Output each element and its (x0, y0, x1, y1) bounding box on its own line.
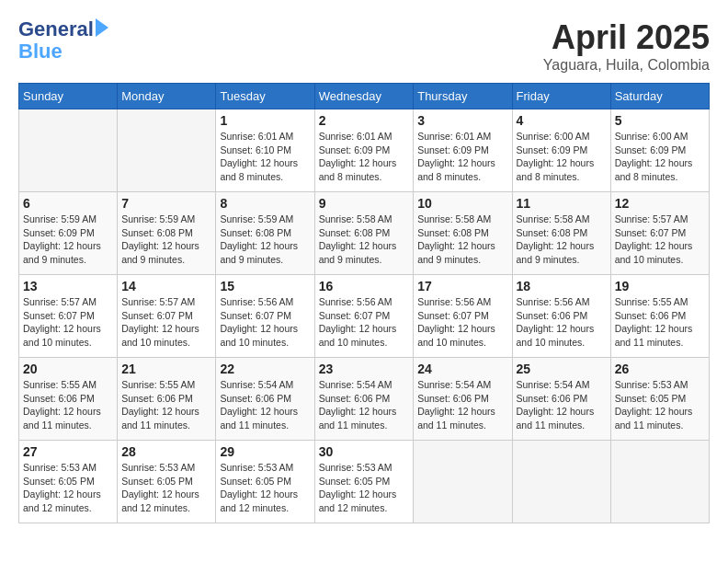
day-info: Sunrise: 6:00 AM Sunset: 6:09 PM Dayligh… (615, 130, 705, 184)
day-number: 9 (319, 196, 410, 211)
day-info: Sunrise: 5:59 AM Sunset: 6:08 PM Dayligh… (220, 213, 310, 267)
calendar-cell: 11Sunrise: 5:58 AM Sunset: 6:08 PM Dayli… (512, 192, 610, 275)
calendar-cell: 24Sunrise: 5:54 AM Sunset: 6:06 PM Dayli… (414, 358, 512, 441)
day-info: Sunrise: 5:56 AM Sunset: 6:07 PM Dayligh… (220, 295, 310, 350)
day-info: Sunrise: 5:54 AM Sunset: 6:06 PM Dayligh… (220, 378, 310, 432)
calendar-cell: 2Sunrise: 6:01 AM Sunset: 6:09 PM Daylig… (314, 109, 414, 192)
calendar-cell: 27Sunrise: 5:53 AM Sunset: 6:05 PM Dayli… (19, 441, 118, 523)
day-number: 22 (220, 362, 310, 376)
day-number: 7 (121, 196, 211, 211)
weekday-header-row: SundayMondayTuesdayWednesdayThursdayFrid… (19, 84, 710, 109)
week-row-2: 6Sunrise: 5:59 AM Sunset: 6:09 PM Daylig… (19, 192, 710, 275)
day-info: Sunrise: 5:56 AM Sunset: 6:07 PM Dayligh… (319, 295, 410, 350)
day-number: 4 (517, 113, 607, 128)
calendar-cell: 3Sunrise: 6:01 AM Sunset: 6:09 PM Daylig… (414, 109, 512, 192)
day-info: Sunrise: 6:00 AM Sunset: 6:09 PM Dayligh… (517, 130, 607, 184)
weekday-header-tuesday: Tuesday (216, 84, 314, 109)
calendar-cell: 22Sunrise: 5:54 AM Sunset: 6:06 PM Dayli… (216, 358, 314, 441)
day-info: Sunrise: 5:54 AM Sunset: 6:06 PM Dayligh… (517, 378, 607, 432)
day-number: 13 (23, 279, 113, 293)
calendar-cell: 7Sunrise: 5:59 AM Sunset: 6:08 PM Daylig… (118, 192, 216, 275)
calendar-cell (19, 109, 118, 192)
weekday-header-sunday: Sunday (19, 84, 118, 109)
day-info: Sunrise: 5:58 AM Sunset: 6:08 PM Dayligh… (319, 213, 410, 267)
week-row-5: 27Sunrise: 5:53 AM Sunset: 6:05 PM Dayli… (19, 441, 710, 523)
calendar-cell: 14Sunrise: 5:57 AM Sunset: 6:07 PM Dayli… (118, 275, 216, 358)
day-info: Sunrise: 5:57 AM Sunset: 6:07 PM Dayligh… (121, 295, 211, 350)
day-info: Sunrise: 5:53 AM Sunset: 6:05 PM Dayligh… (220, 461, 310, 515)
day-info: Sunrise: 5:59 AM Sunset: 6:09 PM Dayligh… (23, 213, 113, 267)
day-number: 10 (417, 196, 507, 211)
day-number: 27 (23, 444, 113, 459)
calendar-cell: 21Sunrise: 5:55 AM Sunset: 6:06 PM Dayli… (118, 358, 216, 441)
day-number: 26 (615, 362, 705, 376)
day-number: 30 (319, 444, 410, 459)
logo: General Blue (18, 18, 108, 63)
day-number: 16 (319, 279, 410, 293)
day-info: Sunrise: 5:54 AM Sunset: 6:06 PM Dayligh… (417, 378, 507, 432)
calendar-cell: 29Sunrise: 5:53 AM Sunset: 6:05 PM Dayli… (216, 441, 314, 523)
calendar-cell: 4Sunrise: 6:00 AM Sunset: 6:09 PM Daylig… (512, 109, 610, 192)
logo-text: General (18, 18, 94, 40)
calendar-cell: 20Sunrise: 5:55 AM Sunset: 6:06 PM Dayli… (19, 358, 118, 441)
weekday-header-saturday: Saturday (610, 84, 709, 109)
day-number: 14 (121, 279, 211, 293)
day-info: Sunrise: 5:55 AM Sunset: 6:06 PM Dayligh… (23, 378, 113, 432)
calendar-cell: 16Sunrise: 5:56 AM Sunset: 6:07 PM Dayli… (314, 275, 414, 358)
day-info: Sunrise: 5:58 AM Sunset: 6:08 PM Dayligh… (517, 213, 607, 267)
day-info: Sunrise: 6:01 AM Sunset: 6:10 PM Dayligh… (220, 130, 310, 184)
day-number: 23 (319, 362, 410, 376)
day-info: Sunrise: 5:53 AM Sunset: 6:05 PM Dayligh… (615, 378, 705, 432)
day-info: Sunrise: 6:01 AM Sunset: 6:09 PM Dayligh… (417, 130, 507, 184)
day-number: 21 (121, 362, 211, 376)
logo-text2: Blue (18, 40, 63, 63)
week-row-4: 20Sunrise: 5:55 AM Sunset: 6:06 PM Dayli… (19, 358, 710, 441)
calendar-cell: 13Sunrise: 5:57 AM Sunset: 6:07 PM Dayli… (19, 275, 118, 358)
day-number: 19 (615, 279, 705, 293)
calendar-cell: 5Sunrise: 6:00 AM Sunset: 6:09 PM Daylig… (610, 109, 709, 192)
day-info: Sunrise: 5:58 AM Sunset: 6:08 PM Dayligh… (417, 213, 507, 267)
week-row-3: 13Sunrise: 5:57 AM Sunset: 6:07 PM Dayli… (19, 275, 710, 358)
day-number: 15 (220, 279, 310, 293)
day-info: Sunrise: 5:59 AM Sunset: 6:08 PM Dayligh… (121, 213, 211, 267)
title-area: April 2025 Yaguara, Huila, Colombia (543, 18, 710, 74)
calendar-table: SundayMondayTuesdayWednesdayThursdayFrid… (18, 83, 710, 523)
weekday-header-monday: Monday (118, 84, 216, 109)
day-number: 18 (517, 279, 607, 293)
day-info: Sunrise: 5:57 AM Sunset: 6:07 PM Dayligh… (23, 295, 113, 350)
day-info: Sunrise: 5:57 AM Sunset: 6:07 PM Dayligh… (615, 213, 705, 267)
calendar-cell: 25Sunrise: 5:54 AM Sunset: 6:06 PM Dayli… (512, 358, 610, 441)
calendar-cell: 6Sunrise: 5:59 AM Sunset: 6:09 PM Daylig… (19, 192, 118, 275)
weekday-header-wednesday: Wednesday (314, 84, 414, 109)
weekday-header-thursday: Thursday (414, 84, 512, 109)
calendar-cell (610, 441, 709, 523)
day-info: Sunrise: 5:53 AM Sunset: 6:05 PM Dayligh… (121, 461, 211, 515)
day-info: Sunrise: 5:56 AM Sunset: 6:06 PM Dayligh… (517, 295, 607, 350)
calendar-cell (414, 441, 512, 523)
day-number: 12 (615, 196, 705, 211)
day-info: Sunrise: 5:55 AM Sunset: 6:06 PM Dayligh… (121, 378, 211, 432)
day-number: 28 (121, 444, 211, 459)
calendar-cell: 12Sunrise: 5:57 AM Sunset: 6:07 PM Dayli… (610, 192, 709, 275)
day-number: 3 (417, 113, 507, 128)
calendar-cell: 30Sunrise: 5:53 AM Sunset: 6:05 PM Dayli… (314, 441, 414, 523)
day-number: 20 (23, 362, 113, 376)
day-number: 5 (615, 113, 705, 128)
logo-arrow-icon (96, 18, 108, 37)
day-info: Sunrise: 5:53 AM Sunset: 6:05 PM Dayligh… (319, 461, 410, 515)
calendar-cell: 10Sunrise: 5:58 AM Sunset: 6:08 PM Dayli… (414, 192, 512, 275)
day-info: Sunrise: 6:01 AM Sunset: 6:09 PM Dayligh… (319, 130, 410, 184)
day-number: 8 (220, 196, 310, 211)
day-number: 25 (517, 362, 607, 376)
day-number: 11 (517, 196, 607, 211)
day-number: 17 (417, 279, 507, 293)
calendar-cell (118, 109, 216, 192)
calendar-cell: 23Sunrise: 5:54 AM Sunset: 6:06 PM Dayli… (314, 358, 414, 441)
day-number: 29 (220, 444, 310, 459)
location: Yaguara, Huila, Colombia (543, 57, 710, 74)
calendar-cell: 19Sunrise: 5:55 AM Sunset: 6:06 PM Dayli… (610, 275, 709, 358)
month-title: April 2025 (543, 18, 710, 57)
header: General Blue April 2025 Yaguara, Huila, … (18, 18, 710, 74)
day-info: Sunrise: 5:54 AM Sunset: 6:06 PM Dayligh… (319, 378, 410, 432)
day-number: 2 (319, 113, 410, 128)
